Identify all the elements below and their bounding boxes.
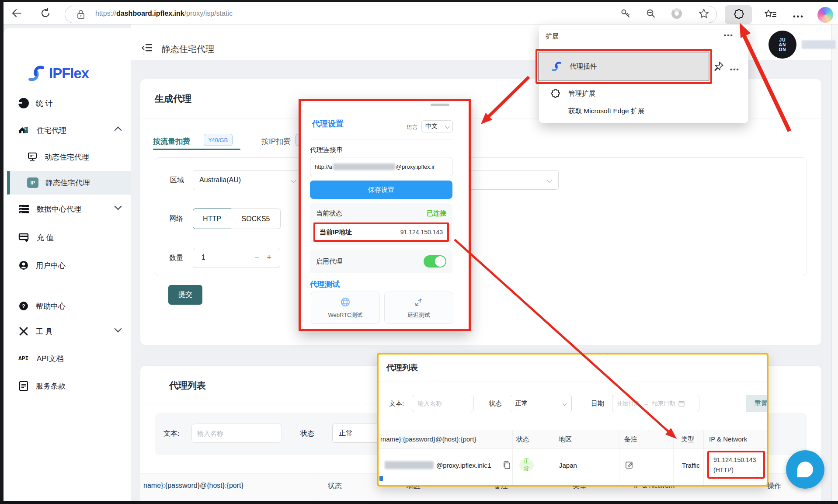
menu-item-manage-extensions[interactable]: 管理扩展 (549, 88, 595, 99)
copilot-icon[interactable] (817, 7, 833, 23)
sidebar-item-user-center[interactable]: 用户中心 (18, 257, 126, 273)
proxy-settings-popup: 代理设置 语言 中文 代理连接串 http://a @proxy.ipflex.… (299, 99, 471, 331)
toolbar-divider (757, 9, 757, 20)
url-text[interactable]: https://dashboard.ipflex.ink/proxy/isp/s… (95, 10, 233, 17)
proxy-test-title: 代理测试 (310, 279, 340, 289)
tools-icon (18, 326, 29, 337)
sidebar: IPFlex 统 计 住宅代理 IP 动态住宅代理 IP 静态住宅代理 (3, 28, 131, 501)
collapse-sidebar-icon[interactable] (142, 43, 153, 53)
ip-protocol: (HTTP) (713, 465, 759, 475)
latency-test-button[interactable]: 延迟测试 (384, 292, 453, 324)
traffic-price-badge: ¥40/GB (204, 134, 233, 146)
region-select[interactable]: Australia(AU) (193, 170, 302, 190)
current-ip-value: 91.124.150.143 (400, 229, 443, 236)
edit-icon[interactable] (625, 461, 634, 469)
popup-col-remark: 备注 (624, 435, 637, 444)
popup-status-select[interactable]: 正常 (510, 395, 572, 412)
proxy-list-title: 代理列表 (169, 379, 206, 392)
collections-icon[interactable] (764, 8, 777, 21)
submit-button[interactable]: 提交 (168, 285, 202, 305)
tab-by-traffic[interactable]: 按流量扣费 (153, 136, 190, 146)
proxy-plugin-icon (550, 60, 563, 73)
column-header-proxy: name}:{password}@{host}:{port} (143, 482, 243, 490)
zoom-out-icon[interactable] (645, 8, 657, 19)
api-icon: API (18, 355, 30, 362)
popup-col-proxy: rname}:{password}@{host}:{port} (380, 435, 476, 443)
network-http-button[interactable]: HTTP (193, 209, 231, 229)
sidebar-item-dynamic-residential[interactable]: IP 动态住宅代理 (27, 149, 126, 165)
current-ip-row-redbox: 当前IP地址 91.124.150.143 (313, 222, 449, 242)
scrollbar-thumb[interactable] (431, 104, 449, 106)
lock-icon[interactable] (76, 9, 86, 20)
sidebar-item-terms[interactable]: 服务条款 (18, 378, 126, 394)
chat-launcher-button[interactable] (786, 450, 824, 489)
blurred-proxy-user (385, 461, 434, 469)
blurred-credentials (333, 163, 395, 170)
chevron-down-icon (546, 177, 552, 183)
language-select[interactable]: 中文 (421, 120, 453, 132)
help-icon: ? (18, 301, 29, 311)
proxy-settings-title: 代理设置 (312, 118, 344, 129)
popup-date-range[interactable]: 开始日期 → 结束日期 (612, 395, 699, 412)
page-scrollbar[interactable] (831, 24, 838, 501)
sidebar-item-datacenter-proxy[interactable]: 数据中心代理 (18, 201, 126, 217)
chevron-down-icon (563, 401, 567, 406)
popup-status-label: 状态 (489, 400, 502, 408)
sidebar-item-stats[interactable]: 统 计 (18, 95, 126, 111)
brand-logo[interactable]: IPFlex (26, 62, 89, 85)
sidebar-item-help-center[interactable]: ? 帮助中心 (18, 298, 126, 314)
text-filter-input[interactable] (191, 424, 282, 443)
quantity-stepper[interactable]: 1 − + (193, 248, 280, 268)
divider (310, 139, 452, 139)
popup-text-label: 文本: (389, 400, 404, 408)
network-label: 网络 (169, 214, 183, 223)
sidebar-item-static-residential[interactable]: IP 静态住宅代理 (27, 175, 126, 191)
sidebar-item-tools[interactable]: 工 具 (18, 323, 126, 339)
browser-menu-ellipsis-icon[interactable]: ••• (793, 13, 804, 21)
latency-icon (414, 297, 424, 307)
connection-string-label: 代理连接串 (310, 146, 343, 154)
enable-proxy-card: 启用代理 (310, 250, 452, 273)
network-socks5-button[interactable]: SOCKS5 (231, 209, 281, 229)
proxy-host-text: @proxy.ipflex.ink:1 (436, 462, 491, 469)
menu-item-proxy-plugin[interactable]: 代理插件 (538, 52, 709, 81)
save-settings-button[interactable]: 保存设置 (310, 181, 452, 199)
popup-table-header: rname}:{password}@{host}:{port} 状态 地区 备注… (379, 430, 767, 449)
chevron-down-icon (291, 177, 296, 183)
browser-essentials-icon[interactable] (671, 8, 682, 19)
webrtc-test-button[interactable]: WebRTC测试 (311, 292, 380, 324)
current-status-label: 当前状态 (316, 209, 342, 218)
ip-badge-icon: IP (27, 177, 38, 188)
plus-button[interactable]: + (267, 253, 271, 262)
username-blurred (802, 40, 836, 49)
proxy-plugin-ellipsis-icon[interactable]: ••• (730, 66, 740, 73)
popup-col-region: 地区 (559, 435, 572, 444)
key-icon[interactable] (620, 8, 631, 19)
menu-item-get-extensions[interactable]: 获取 Microsoft Edge 扩展 (568, 107, 644, 116)
extensions-menu-title: 扩展 (546, 32, 559, 41)
connected-badge: 已连接 (427, 209, 446, 218)
extensions-menu-ellipsis-icon[interactable]: ••• (724, 31, 734, 39)
sidebar-item-recharge[interactable]: 充 值 (18, 229, 126, 245)
back-icon[interactable] (10, 7, 23, 19)
browser-toolbar: https://dashboard.ipflex.ink/proxy/isp/s… (3, 2, 838, 24)
quantity-label: 数量 (169, 254, 183, 263)
connection-string-input[interactable]: http://a @proxy.ipflex.ir (310, 157, 452, 176)
pin-icon[interactable] (713, 61, 724, 73)
sidebar-item-residential-proxy[interactable]: 住宅代理 (18, 122, 126, 138)
popup-text-input[interactable] (412, 395, 474, 412)
window-frame-bottom (0, 501, 838, 504)
globe-icon (340, 297, 351, 307)
copy-icon[interactable] (503, 461, 511, 469)
sidebar-item-api-docs[interactable]: API API文档 (18, 351, 126, 366)
minus-button[interactable]: − (254, 253, 259, 262)
enable-proxy-toggle[interactable] (424, 255, 446, 268)
ipflex-swirl-icon (26, 63, 46, 83)
chat-bubble-icon (797, 462, 813, 477)
favorite-star-icon[interactable] (698, 7, 710, 20)
avatar[interactable]: JU AN ON (768, 31, 796, 59)
tab-by-ip[interactable]: 按IP扣费 (261, 136, 291, 146)
popup-reset-button[interactable]: 重置 (746, 395, 768, 412)
proxy-list-popup: 代理列表 文本: 状态 正常 日期 开始日期 → 结束日期 重置 rname}:… (377, 353, 768, 487)
refresh-icon[interactable] (39, 7, 52, 19)
